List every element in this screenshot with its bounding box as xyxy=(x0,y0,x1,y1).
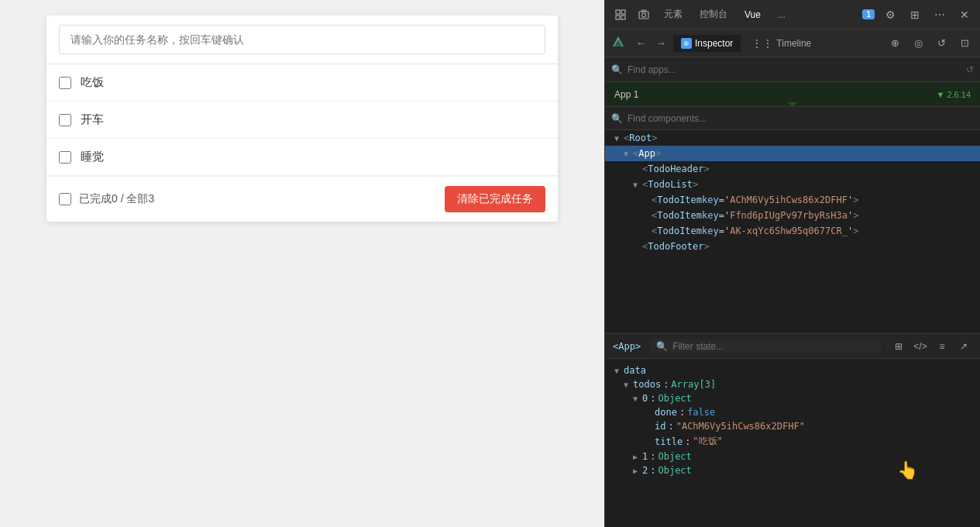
toolbar2-right-icons: ⊕ ◎ ↺ ⊡ xyxy=(885,34,974,53)
svg-rect-2 xyxy=(616,16,620,19)
dock-icon[interactable]: ⊞ xyxy=(906,5,924,24)
todo-container: 吃饭 开车 睡觉 已完成0 / 全部3 清除已完成任务 xyxy=(46,16,558,222)
bottom-panel: <App> 🔍 ⊞ </> ≡ ↗ ▼ data xyxy=(605,333,980,527)
app-name: App 1 xyxy=(614,89,638,100)
tab-elements-label: 元素 xyxy=(664,8,683,21)
tree-todoitem-2[interactable]: <TodoItem key='AK-xqYc6Shw95q0677CR_'> xyxy=(605,223,980,239)
id-val: "AChM6Vy5ihCws86x2DFHF" xyxy=(676,421,805,432)
todolist-arrow: ▼ xyxy=(633,181,642,189)
tab-more-label: ... xyxy=(778,9,786,20)
nav-forward-icon[interactable]: → xyxy=(652,34,670,53)
tab-vue[interactable]: Vue xyxy=(738,6,767,23)
component-view-icon[interactable]: ⊞ xyxy=(890,338,907,355)
state-obj1: ▶ 1 : Object xyxy=(605,450,980,463)
tree-todofooter[interactable]: <TodoFooter> xyxy=(605,239,980,254)
devtools-topbar-icons: 1 ⚙ ⊞ ⋯ ✕ xyxy=(862,5,974,24)
tab-timeline[interactable]: ⋮⋮ Timeline xyxy=(744,34,819,53)
nav-back-icon[interactable]: ← xyxy=(631,34,650,53)
inspector-tab-label: Inspector xyxy=(695,38,733,49)
todos-key: todos xyxy=(633,379,661,390)
clear-completed-button[interactable]: 清除已完成任务 xyxy=(445,186,545,212)
find-apps-input[interactable] xyxy=(628,64,961,75)
todo-input[interactable] xyxy=(59,25,545,54)
svg-rect-1 xyxy=(621,10,625,14)
todoitem0-val: AChM6Vy5ihCws86x2DFHF xyxy=(730,195,848,205)
inspect-icon[interactable] xyxy=(611,5,630,24)
tab-console-label: 控制台 xyxy=(700,8,727,21)
search-apps-icon: 🔍 xyxy=(611,64,623,75)
title-val: "吃饭" xyxy=(693,435,722,448)
obj2-toggle[interactable]: ▶ xyxy=(633,467,642,475)
tab-vue-label: Vue xyxy=(744,9,761,20)
settings-icon[interactable]: ⚙ xyxy=(881,5,899,24)
obj0-type: Object xyxy=(658,393,691,404)
obj1-toggle[interactable]: ▶ xyxy=(633,453,642,461)
refresh-apps-icon[interactable]: ↺ xyxy=(966,64,974,75)
root-bracket-close: > xyxy=(652,133,657,143)
screenshot-icon[interactable] xyxy=(634,5,653,24)
todo-item-0: 吃饭 xyxy=(46,64,558,102)
todoheader-tag: TodoHeader xyxy=(648,164,703,174)
tab-elements[interactable]: 元素 xyxy=(658,5,689,24)
filter-state-input[interactable] xyxy=(672,341,875,352)
open-in-editor-icon[interactable]: ↗ xyxy=(955,338,972,355)
state-obj0: ▼ 0 : Object xyxy=(605,391,980,405)
todo-checkbox-2[interactable] xyxy=(59,151,71,164)
footer-status: 已完成0 / 全部3 xyxy=(79,192,154,206)
select-all-checkbox[interactable] xyxy=(59,193,71,205)
target-icon[interactable]: ◎ xyxy=(909,34,927,53)
app-arrow: ▼ xyxy=(624,150,633,158)
obj2-key: 2 xyxy=(642,465,648,476)
tree-todolist[interactable]: ▼ <TodoList> xyxy=(605,177,980,192)
find-components-bar: 🔍 xyxy=(605,107,980,130)
todo-app-panel: 吃饭 开车 睡觉 已完成0 / 全部3 清除已完成任务 xyxy=(0,0,604,527)
todo-item-2: 睡觉 xyxy=(46,139,558,176)
close-devtools-icon[interactable]: ✕ xyxy=(955,5,974,24)
component-tree-icon[interactable]: ⊕ xyxy=(885,34,904,53)
obj1-type: Object xyxy=(658,451,691,462)
app-tag: App xyxy=(638,148,655,159)
find-apps-bar: 🔍 ↺ xyxy=(605,57,980,82)
todo-label-1: 开车 xyxy=(81,112,104,127)
data-section-toggle[interactable]: ▼ xyxy=(614,367,624,375)
svg-rect-4 xyxy=(639,12,648,19)
state-data-section: ▼ data xyxy=(605,363,980,377)
state-obj2: ▶ 2 : Object xyxy=(605,463,980,477)
todos-toggle[interactable]: ▼ xyxy=(624,381,633,389)
tab-inspector[interactable]: ⊕ Inspector xyxy=(673,35,741,52)
todoitem1-attr: key xyxy=(702,210,719,221)
devtools-topbar: 元素 控制台 Vue ... 1 ⚙ ⊞ ⋯ ✕ xyxy=(605,0,980,29)
todoitem2-tag: TodoItem xyxy=(657,226,702,236)
resize-icon[interactable]: ⊡ xyxy=(955,34,974,53)
more-options-icon[interactable]: ⋯ xyxy=(930,5,949,24)
done-key: done xyxy=(655,407,677,418)
state-title: title : "吃饭" xyxy=(605,433,980,450)
app-banner[interactable]: App 1 ▼ 2.6.14 xyxy=(605,82,980,107)
todoitem2-val: AK-xqYc6Shw95q0677CR_ xyxy=(730,226,848,236)
root-tag: Root xyxy=(629,133,652,143)
code-view-icon[interactable]: </> xyxy=(912,338,929,355)
notification-badge: 1 xyxy=(862,9,875,19)
filter-state-icon: 🔍 xyxy=(656,341,668,352)
expand-icon[interactable]: ≡ xyxy=(934,338,951,355)
tree-todoitem-0[interactable]: <TodoItem key='AChM6Vy5ihCws86x2DFHF'> xyxy=(605,192,980,208)
refresh-icon[interactable]: ↺ xyxy=(932,34,951,53)
state-data-key: data xyxy=(624,365,646,376)
tab-console[interactable]: 控制台 xyxy=(693,5,734,24)
tree-todoheader[interactable]: <TodoHeader> xyxy=(605,161,980,177)
find-components-input[interactable] xyxy=(628,113,974,124)
todo-checkbox-1[interactable] xyxy=(59,114,71,126)
selected-component-tag: <App> xyxy=(613,341,641,352)
todos-type: Array[3] xyxy=(671,379,716,390)
tree-todoitem-1[interactable]: <TodoItem key='Ffnd6pIUgPv97rbyRsH3a'> xyxy=(605,208,980,223)
todo-checkbox-0[interactable] xyxy=(59,77,71,89)
inspector-icon: ⊕ xyxy=(681,38,692,49)
timeline-tab-label: Timeline xyxy=(776,38,811,49)
root-arrow: ▼ xyxy=(614,134,624,143)
tree-root[interactable]: ▼ <Root> xyxy=(605,130,980,146)
tab-more[interactable]: ... xyxy=(772,6,792,23)
todo-label-2: 睡觉 xyxy=(81,150,104,164)
tree-app[interactable]: ▼ <App> xyxy=(605,146,980,161)
obj0-toggle[interactable]: ▼ xyxy=(633,394,642,403)
id-key: id xyxy=(655,421,665,432)
